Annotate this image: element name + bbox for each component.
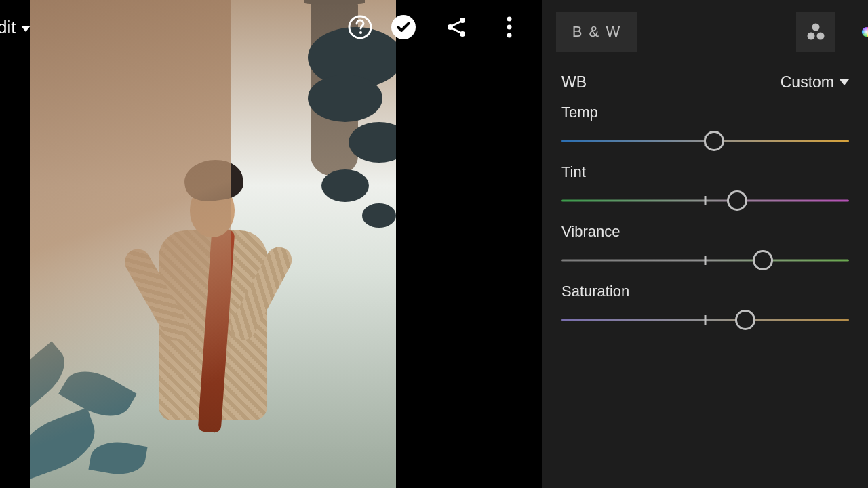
wb-preset-dropdown[interactable]: Custom [781,73,849,92]
svg-point-10 [808,33,815,40]
help-icon [347,14,373,40]
photo-content [30,319,172,488]
saturation-label: Saturation [561,283,849,300]
temp-slider[interactable] [561,131,849,151]
help-button[interactable] [346,13,374,41]
vibrance-label: Vibrance [561,223,849,241]
color-wheel-icon [861,15,868,49]
edited-photo [30,0,396,488]
edit-mode-dropdown[interactable]: dit [0,17,31,38]
color-mixer-icon [804,20,827,43]
slider-center-tick [705,196,707,205]
tint-slider[interactable] [561,190,849,211]
slider-thumb[interactable] [753,250,773,270]
slider-center-tick [705,256,707,265]
svg-point-6 [507,17,512,22]
slider-thumb[interactable] [727,190,747,211]
slider-center-tick [705,315,707,325]
svg-point-8 [507,33,512,38]
svg-point-9 [812,24,820,31]
top-toolbar: dit [0,0,542,54]
sliders-group: Temp Tint Vibrance Saturation [542,104,868,330]
chevron-down-icon [840,79,849,85]
svg-point-1 [359,31,362,34]
color-panel: B & W [542,0,868,488]
saturation-slider[interactable] [561,310,849,330]
temp-label: Temp [561,104,849,121]
slider-thumb[interactable] [704,131,724,151]
share-button[interactable] [442,13,471,41]
tint-label: Tint [561,163,849,181]
black-and-white-button[interactable]: B & W [556,12,637,52]
edit-mode-label: dit [0,17,16,38]
vibrance-slider[interactable] [561,250,849,270]
bw-label: B & W [572,23,621,41]
color-mixer-button[interactable] [796,12,835,52]
panel-top-row: B & W [542,12,868,52]
svg-point-12 [862,27,868,37]
svg-point-7 [507,25,512,30]
check-circle-icon [390,14,417,41]
share-icon [445,16,468,39]
more-options-button[interactable] [495,13,524,41]
svg-point-11 [817,33,825,40]
apply-button[interactable] [389,13,418,41]
photo-content [132,183,294,488]
white-balance-row: WB Custom [542,52,868,92]
more-vertical-icon [507,16,512,39]
color-grading-button[interactable] [848,12,868,52]
wb-value: Custom [781,73,834,92]
wb-label: WB [561,73,587,92]
slider-thumb[interactable] [735,310,755,330]
photo-pane: dit [0,0,542,488]
chevron-down-icon [21,26,31,32]
